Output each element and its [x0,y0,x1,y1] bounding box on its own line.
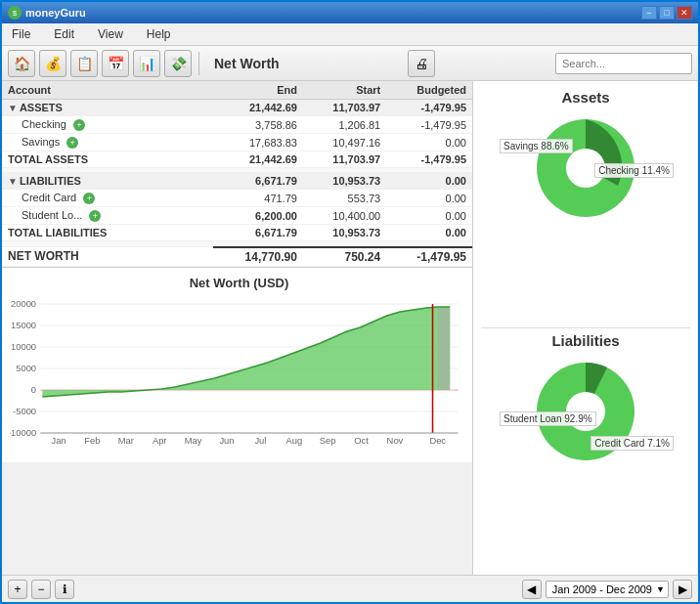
col-budgeted: Budgeted [386,81,472,100]
info-button[interactable]: ℹ [55,580,74,599]
chart-title: Net Worth (USD) [10,276,468,290]
liabilities-pie-section: Liabilities Student Loan 92.9% Credit Ca… [481,332,690,567]
total-assets-row: TOTAL ASSETS 21,442.69 11,703.97 -1,479.… [2,151,472,168]
svg-text:Dec: Dec [429,436,446,446]
assets-pie-container: Savings 88.6% Checking 11.4% [498,109,674,227]
title-bar: $ moneyGuru − □ ✕ [2,2,698,23]
toolbar-print-btn[interactable]: 🖨 [408,50,435,77]
svg-text:Aug: Aug [285,436,302,446]
svg-text:Apr: Apr [153,436,167,446]
next-period-button[interactable]: ▶ [673,580,692,599]
svg-text:20000: 20000 [11,299,36,309]
svg-text:0: 0 [31,385,36,395]
credit-card-add-icon[interactable]: + [83,193,95,204]
toolbar-separator [198,52,199,75]
col-account: Account [2,81,213,100]
svg-text:Jul: Jul [254,436,266,446]
svg-text:5000: 5000 [16,364,36,373]
liabilities-group-header: ▼LIABILITIES 6,671.79 10,953.73 0.00 [2,173,472,190]
app-icon: $ [8,6,22,20]
menu-bar: File Edit View Help [2,23,698,46]
accounts-table: Account End Start Budgeted ▼ASSETS 21,44… [2,81,472,267]
savings-add-icon[interactable]: + [66,137,78,149]
main-content: Account End Start Budgeted ▼ASSETS 21,44… [2,81,698,575]
checking-add-icon[interactable]: + [73,119,85,131]
svg-text:May: May [185,436,202,446]
student-loan-row: Student Lo... + 6,200.00 10,400.00 0.00 [2,207,472,225]
pie-divider [481,327,690,328]
date-range-controls: ◀ Jan 2009 - Dec 2009 ▼ ▶ [522,580,692,599]
menu-edit[interactable]: Edit [48,25,80,43]
add-account-button[interactable]: + [8,580,27,599]
svg-text:-10000: -10000 [10,428,36,438]
col-start: Start [303,81,386,100]
svg-marker-14 [42,307,450,397]
menu-file[interactable]: File [6,25,36,43]
svg-text:10000: 10000 [11,342,36,352]
status-bar-left: + − ℹ [8,580,74,599]
assets-pie-title: Assets [561,89,609,106]
savings-row: Savings + 17,683.83 10,497.16 0.00 [2,134,472,151]
svg-text:Jun: Jun [219,436,234,446]
date-range-selector[interactable]: Jan 2009 - Dec 2009 ▼ [546,581,669,598]
toolbar-budget-btn[interactable]: 📊 [133,50,160,77]
toolbar-cashflow-btn[interactable]: 💸 [164,50,192,77]
svg-text:15000: 15000 [11,321,36,330]
maximize-button[interactable]: □ [659,6,675,20]
window-controls: − □ ✕ [641,6,692,20]
assets-expand-icon[interactable]: ▼ [8,103,18,113]
toolbar-transactions-btn[interactable]: 📋 [70,50,98,77]
liabilities-pie-container: Student Loan 92.9% Credit Card 7.1% [498,353,674,470]
chart-area: Net Worth (USD) 20000 1500 [2,267,472,462]
assets-group-header: ▼ASSETS 21,442.69 11,703.97 -1,479.95 [2,100,472,116]
close-button[interactable]: ✕ [677,6,692,20]
savings-label: Savings 88.6% [500,139,573,153]
svg-text:Oct: Oct [354,436,369,446]
toolbar-accounts-btn[interactable]: 💰 [39,50,66,77]
toolbar-home-btn[interactable]: 🏠 [8,50,35,77]
chart-svg: 20000 15000 10000 5000 0 -5000 -10000 [10,294,468,446]
toolbar: 🏠 💰 📋 📅 📊 💸 Net Worth 🖨 [2,46,698,81]
main-window: $ moneyGuru − □ ✕ File Edit View Help 🏠 … [0,0,700,604]
right-panel: Assets Savings 88.6% Checking 11.4% [473,81,698,575]
toolbar-schedule-btn[interactable]: 📅 [102,50,129,77]
svg-text:Jan: Jan [51,436,66,446]
menu-view[interactable]: View [92,25,129,43]
remove-account-button[interactable]: − [31,580,51,599]
status-bar: + − ℹ ◀ Jan 2009 - Dec 2009 ▼ ▶ [2,575,698,602]
prev-period-button[interactable]: ◀ [522,580,542,599]
credit-card-row: Credit Card + 471.79 553.73 0.00 [2,190,472,207]
svg-text:Feb: Feb [84,436,100,446]
svg-text:Nov: Nov [387,436,404,446]
title-bar-left: $ moneyGuru [8,6,86,20]
minimize-button[interactable]: − [641,6,657,20]
credit-card-label: Credit Card 7.1% [591,436,674,451]
date-range-arrow-icon: ▼ [656,584,665,594]
svg-text:-5000: -5000 [13,407,36,416]
assets-pie-section: Assets Savings 88.6% Checking 11.4% [481,89,690,324]
search-input[interactable] [555,53,692,74]
col-end: End [213,81,303,100]
chart-svg-container: 20000 15000 10000 5000 0 -5000 -10000 [10,294,468,451]
liabilities-expand-icon[interactable]: ▼ [8,176,18,187]
total-liabilities-row: TOTAL LIABILITIES 6,671.79 10,953.73 0.0… [2,225,472,241]
checking-label: Checking 11.4% [594,163,674,178]
svg-text:Sep: Sep [320,436,336,446]
window-title: moneyGuru [25,7,86,19]
left-panel: Account End Start Budgeted ▼ASSETS 21,44… [2,81,473,575]
student-loan-label: Student Loan 92.9% [500,411,596,426]
net-worth-row: NET WORTH 14,770.90 750.24 -1,479.95 [2,247,472,267]
student-loan-add-icon[interactable]: + [89,210,101,222]
svg-marker-15 [438,307,451,390]
toolbar-active-tab: Net Worth [214,56,280,71]
svg-text:Mar: Mar [118,436,134,446]
checking-row: Checking + 3,758.86 1,206.81 -1,479.95 [2,116,472,134]
liabilities-pie-title: Liabilities [551,332,619,349]
menu-help[interactable]: Help [141,25,177,43]
